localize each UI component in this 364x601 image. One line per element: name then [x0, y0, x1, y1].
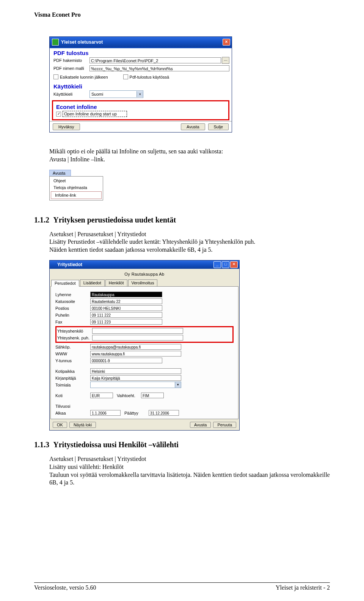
- avusta-dropdown: Ohjeet Tietoja ohjelmasta Infoline-link: [49, 176, 103, 200]
- tab-perustiedot[interactable]: Perustiedot: [51, 280, 79, 287]
- toimiala-label: Toimiala: [55, 383, 90, 387]
- alkaa-input[interactable]: 1.1.2006: [90, 410, 121, 416]
- tab-veroilmoitus[interactable]: Veroilmoitus: [128, 279, 158, 286]
- esikatsele-label: Esikatsele luonnin jälkeen: [60, 75, 108, 79]
- kayttokieli-label: Käyttökieli: [53, 92, 89, 96]
- pdf-kaytossa-label: Pdf-tulostus käytössä: [130, 75, 169, 79]
- yritystiedot-title: Yritystiedot: [57, 262, 213, 267]
- postios-input[interactable]: 00100 HELSINKI: [90, 305, 162, 311]
- ok-button[interactable]: OK: [53, 422, 67, 428]
- section-pdf-tulostus: PDF tulostus: [50, 48, 232, 56]
- p112-l2: Lisätty Perustiedot –välilehdelle uudet …: [49, 238, 255, 245]
- menu-item-infoline-link[interactable]: Infoline-link: [51, 191, 102, 199]
- tab-lisatiedot[interactable]: Lisätiedot: [80, 279, 105, 286]
- avusta-menu-tab[interactable]: Avusta: [49, 170, 71, 176]
- yhteyspuh-label: Yhteyshenk. puh.: [57, 336, 92, 340]
- fax-label: Fax: [55, 320, 90, 324]
- p112-l1: Asetukset | Perusasetukset | Yritystiedo…: [49, 231, 146, 237]
- www-input[interactable]: www.rautakauppa.fi: [90, 351, 181, 356]
- tilivuosi-label: Tilivuosi: [55, 404, 90, 409]
- puhelin-label: Puhelin: [55, 313, 90, 317]
- open-infoline-checkbox[interactable]: ✓: [56, 112, 61, 117]
- dialog-yritystiedot: Yritystiedot _ □ × Oy Rautakauppa Ab Per…: [49, 260, 330, 431]
- menu-item-tietoja[interactable]: Tietoja ohjelmasta: [50, 184, 103, 191]
- avusta-button[interactable]: Avusta: [190, 422, 211, 428]
- page-footer: Versioseloste, versio 5.60 Yleiset ja re…: [34, 583, 330, 591]
- paattyy-label: Päättyy: [121, 411, 149, 415]
- sulje-button[interactable]: Sulje: [208, 123, 229, 130]
- yhteyspuh-input[interactable]: [92, 335, 183, 341]
- www-label: WWW: [55, 352, 90, 356]
- vaihtoehto-label: Vaihtoeht.: [113, 393, 141, 398]
- paattyy-input[interactable]: 31.12.2006: [149, 410, 179, 416]
- maximize-icon[interactable]: □: [222, 261, 229, 268]
- yhteyshenkilo-label: Yhteyshenkilö: [57, 329, 92, 333]
- open-infoline-label: Open Infoline during start up: [63, 111, 127, 117]
- paragraph-112: Asetukset | Perusasetukset | Yritystiedo…: [49, 230, 330, 254]
- dialog-yleiset-oletusarvot: Yleiset oletusarvot × PDF tulostus PDF h…: [49, 36, 330, 133]
- dialog1-titlebar: Yleiset oletusarvot ×: [50, 37, 232, 47]
- avusta-button[interactable]: Avusta: [181, 123, 205, 130]
- p112-l3: Näiden kenttien tiedot saadaan jatkossa …: [49, 246, 213, 253]
- app-icon: [52, 39, 59, 46]
- pdf-kaytossa-checkbox[interactable]: [123, 74, 128, 79]
- chevron-down-icon[interactable]: ▾: [136, 91, 143, 97]
- footer-right: Yleiset ja rekisterit - 2: [276, 584, 330, 591]
- paragraph-infoline-instruction: Mikäli optio ei ole päällä tai Infoline …: [49, 148, 330, 164]
- yritystiedot-titlebar: Yritystiedot _ □ ×: [50, 260, 239, 269]
- avusta-menu-shot: Avusta Ohjeet Tietoja ohjelmasta Infolin…: [49, 170, 330, 200]
- yhteyshenkilo-input[interactable]: [92, 328, 183, 334]
- company-name: Oy Rautakauppa Ab: [50, 269, 239, 279]
- sahkop-input[interactable]: rautakauppa@rautakauppa.fi: [90, 344, 181, 350]
- pdf-hakemisto-input[interactable]: C:\Program Files\Econet Pro\PDF_2: [89, 57, 221, 63]
- heading-1-1-3-number: 1.1.3: [34, 440, 49, 449]
- kotipaikka-input[interactable]: Helsinki: [90, 368, 181, 374]
- section-kayttokieli: Käyttökieli: [50, 82, 232, 90]
- kotipaikka-label: Kotipaikka: [55, 369, 90, 374]
- peruuta-button[interactable]: Peruuta: [213, 422, 236, 428]
- heading-1-1-3: 1.1.3 Yritystiedoissa uusi Henkilöt –väl…: [34, 440, 330, 449]
- chevron-down-icon[interactable]: ▾: [175, 382, 181, 388]
- close-icon[interactable]: ×: [223, 39, 230, 46]
- vaihtoehto-input[interactable]: FIM: [141, 393, 164, 398]
- close-icon[interactable]: ×: [230, 261, 238, 268]
- koti-label: Koti: [55, 393, 90, 398]
- puhelin-input[interactable]: 09 111 222: [90, 312, 162, 318]
- fax-input[interactable]: 09 111 223: [90, 319, 162, 325]
- dialog1-title: Yleiset oletusarvot: [61, 39, 223, 45]
- nayta-loki-button[interactable]: Näytä loki: [69, 422, 96, 428]
- section-infoline: Econet infoline: [55, 102, 227, 110]
- paragraph-113: Asetukset | Perusasetukset | Yritystiedo…: [49, 455, 330, 487]
- lyhenne-input[interactable]: Rautakauppa: [90, 292, 162, 297]
- ytunnus-input[interactable]: 0000001-9: [90, 358, 162, 363]
- heading-1-1-2-title: Yrityksen perustiedoissa uudet kentät: [53, 216, 176, 224]
- kayttokieli-combo[interactable]: Suomi ▾: [89, 90, 143, 98]
- kayttokieli-value: Suomi: [90, 92, 136, 96]
- p113-l2: Lisätty uusi välilehti: Henkilöt: [49, 464, 124, 470]
- highlight-yhteyshenkilo: Yhteyshenkilö Yhteyshenk. puh.: [55, 326, 234, 343]
- menu-item-ohjeet[interactable]: Ohjeet: [50, 177, 103, 184]
- heading-1-1-2-number: 1.1.2: [34, 216, 49, 224]
- esikatsele-checkbox[interactable]: [53, 74, 58, 79]
- katuosoite-label: Katuosoite: [55, 299, 90, 304]
- ytunnus-label: Y-tunnus: [55, 358, 90, 363]
- pdf-nimen-malli-input[interactable]: %cccc_%u_%p_%i_%y%m%d_%h%mnt%s: [89, 65, 229, 71]
- minimize-icon[interactable]: _: [213, 261, 221, 268]
- postios-label: Postios: [55, 306, 90, 311]
- pdf-nimen-malli-label: PDF nimen malli: [53, 66, 89, 71]
- heading-1-1-3-title: Yritystiedoissa uusi Henkilöt –välilehti: [53, 440, 179, 449]
- tab-henkilot[interactable]: Henkilöt: [105, 279, 127, 286]
- browse-button[interactable]: …: [222, 57, 229, 64]
- para1-line2: Avusta | Infoline –link.: [49, 156, 105, 162]
- highlight-econet-infoline: Econet infoline ✓ Open Infoline during s…: [52, 100, 229, 120]
- heading-1-1-2: 1.1.2 Yrityksen perustiedoissa uudet ken…: [34, 216, 330, 224]
- lyhenne-label: Lyhenne: [55, 292, 90, 297]
- p113-l1: Asetukset | Perusasetukset | Yritystiedo…: [49, 456, 146, 462]
- pdf-hakemisto-label: PDF hakemisto: [53, 58, 89, 63]
- toimiala-combo[interactable]: ▾: [90, 382, 181, 388]
- kirjanpitaja-label: Kirjanpitäjä: [55, 376, 90, 380]
- kirjanpitaja-input[interactable]: Kaija Kirjanpitäjä: [90, 375, 181, 381]
- hyvaksy-button[interactable]: Hyväksy: [53, 123, 80, 130]
- katuosoite-input[interactable]: Rautatienkatu 22: [90, 298, 162, 304]
- koti-input[interactable]: EUR: [90, 393, 113, 398]
